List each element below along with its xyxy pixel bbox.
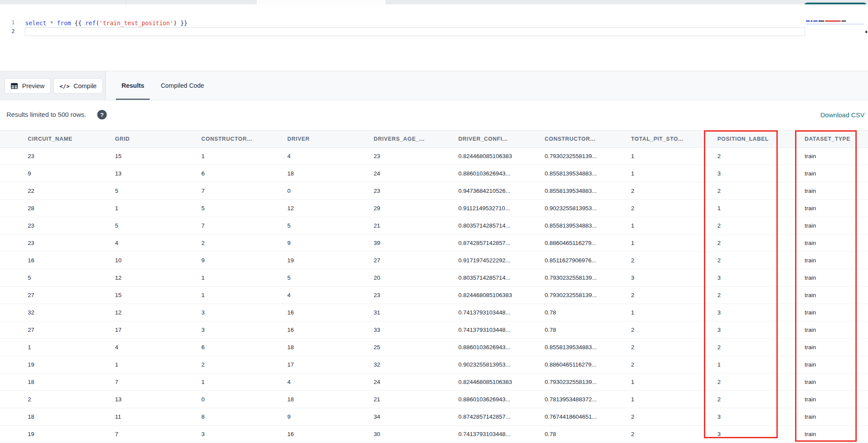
table-cell: 0.8558139534883... <box>545 344 631 350</box>
column-header: TOTAL_PIT_STO... <box>631 136 717 142</box>
table-cell: 2 <box>631 257 717 264</box>
table-cell: 20 <box>374 274 458 281</box>
table-cell: 23 <box>374 188 458 194</box>
minimap-code-line <box>806 20 864 22</box>
sql-line-2-active-line[interactable] <box>25 27 805 36</box>
table-cell: 1 <box>201 292 287 298</box>
table-cell: train <box>805 222 868 229</box>
table-cell: 2 <box>717 153 805 159</box>
table-cell: 0.8860103626943... <box>458 170 545 177</box>
table-cell: train <box>805 170 868 177</box>
table-cell: 13 <box>115 396 201 403</box>
table-row: 23429390.8742857142857...0.8860465116279… <box>0 235 868 252</box>
panel-header: Preview </> Compile Results Compiled Cod… <box>0 71 868 100</box>
table-cell: 23 <box>374 292 458 298</box>
download-csv-link[interactable]: Download CSV <box>820 111 865 119</box>
table-cell: 27 <box>28 292 115 298</box>
table-cell: 5 <box>201 205 287 212</box>
table-cell: 12 <box>287 205 374 212</box>
table-cell: 9 <box>201 257 287 264</box>
table-row: 3212316310.7413793103448...0.7813train <box>0 304 868 321</box>
table-cell: 27 <box>374 257 458 264</box>
table-header-row: CIRCUIT_NAMEGRIDCONSTRUCTOR...DRIVERDRIV… <box>0 130 868 148</box>
table-cell: 1 <box>717 361 805 368</box>
file-tab-strip <box>0 0 868 4</box>
table-cell: 0.824468085106383 <box>458 153 545 159</box>
table-cell: train <box>805 361 868 368</box>
minimap[interactable] <box>806 20 864 25</box>
table-cell: 11 <box>115 413 201 420</box>
table-cell: 2 <box>717 379 805 385</box>
table-cell: 24 <box>374 170 458 177</box>
table-cell: 0.7930232558139... <box>545 292 631 298</box>
table-row: 191217320.9023255813953...0.886046511627… <box>0 356 868 374</box>
sql-token: ref <box>85 20 95 26</box>
table-grid-icon <box>10 82 18 90</box>
table-cell: 0.8742857142857... <box>458 413 545 420</box>
table-row: 23575210.8035714285714...0.8558139534883… <box>0 217 868 235</box>
table-cell: 8 <box>201 413 287 420</box>
table-row: 913618240.8860103626943...0.855813953488… <box>0 165 868 182</box>
table-cell: 18 <box>287 396 374 403</box>
table-cell: 4 <box>287 292 374 298</box>
table-cell: 33 <box>374 327 458 333</box>
sql-line-1[interactable]: select * from {{ ref('train_test_positio… <box>25 19 187 27</box>
table-cell: 6 <box>201 170 287 177</box>
table-cell: 0.7413793103448... <box>458 327 545 333</box>
table-cell: 23 <box>28 153 115 159</box>
table-cell: 0.824468085106383 <box>458 379 545 385</box>
table-cell: 1 <box>201 153 287 159</box>
table-cell: 1 <box>717 205 805 212</box>
table-cell: 17 <box>115 327 201 333</box>
table-row: 231514230.8244680851063830.7930232558139… <box>0 148 868 165</box>
table-cell: 0.824468085106383 <box>458 292 545 298</box>
action-buttons-panel: Preview </> Compile <box>0 71 106 100</box>
table-cell: 0 <box>287 188 374 194</box>
preview-button[interactable]: Preview <box>4 78 51 94</box>
table-cell: 29 <box>374 205 458 212</box>
table-cell: 2 <box>631 344 717 350</box>
app-window: Format Save As 1 2 select * from {{ ref(… <box>0 0 868 443</box>
table-cell: 0.8860103626943... <box>458 344 545 350</box>
table-cell: 2 <box>717 240 805 246</box>
table-cell: 5 <box>115 188 201 194</box>
table-cell: 2 <box>201 240 287 246</box>
tab-compiled-code[interactable]: Compiled Code <box>158 71 206 100</box>
table-cell: train <box>805 153 868 159</box>
table-cell: 0.9023255813953... <box>458 361 545 368</box>
table-cell: 18 <box>287 170 374 177</box>
table-cell: 32 <box>28 309 115 316</box>
table-cell: train <box>805 309 868 316</box>
table-cell: 0.9473684210526... <box>458 188 545 194</box>
table-cell: 5 <box>28 274 115 281</box>
table-cell: 1 <box>28 344 115 350</box>
table-cell: 0.8742857142857... <box>458 240 545 246</box>
code-editor[interactable]: 1 2 select * from {{ ref('train_test_pos… <box>0 4 868 71</box>
table-cell: 0.9112149532710... <box>458 205 545 212</box>
table-cell: train <box>805 431 868 437</box>
tab-results[interactable]: Results <box>119 71 146 100</box>
table-cell: 23 <box>374 153 458 159</box>
table-cell: 0.7813953488372... <box>545 396 631 403</box>
table-cell: 3 <box>631 274 717 281</box>
line-number-2: 2 <box>4 28 15 34</box>
table-cell: 0.8035714285714... <box>458 274 545 281</box>
table-cell: train <box>805 292 868 298</box>
table-cell: 2 <box>717 188 805 194</box>
table-cell: 0.8860103626943... <box>458 396 545 403</box>
table-cell: 1 <box>201 274 287 281</box>
compile-button[interactable]: </> Compile <box>53 78 103 94</box>
table-row: 181189340.8742857142857...0.767441860465… <box>0 408 868 426</box>
table-cell: 1 <box>631 240 717 246</box>
table-cell: 34 <box>374 413 458 420</box>
table-cell: 2 <box>717 292 805 298</box>
sql-token: }} <box>177 20 187 26</box>
active-file-tab[interactable] <box>256 0 386 4</box>
table-row: 213018210.8860103626943...0.781395348837… <box>0 391 868 408</box>
table-cell: 3 <box>201 309 287 316</box>
help-icon[interactable]: ? <box>97 110 107 119</box>
table-cell: 5 <box>287 274 374 281</box>
table-cell: 0 <box>201 396 287 403</box>
table-cell: 2 <box>631 205 717 212</box>
table-cell: 2 <box>717 222 805 229</box>
